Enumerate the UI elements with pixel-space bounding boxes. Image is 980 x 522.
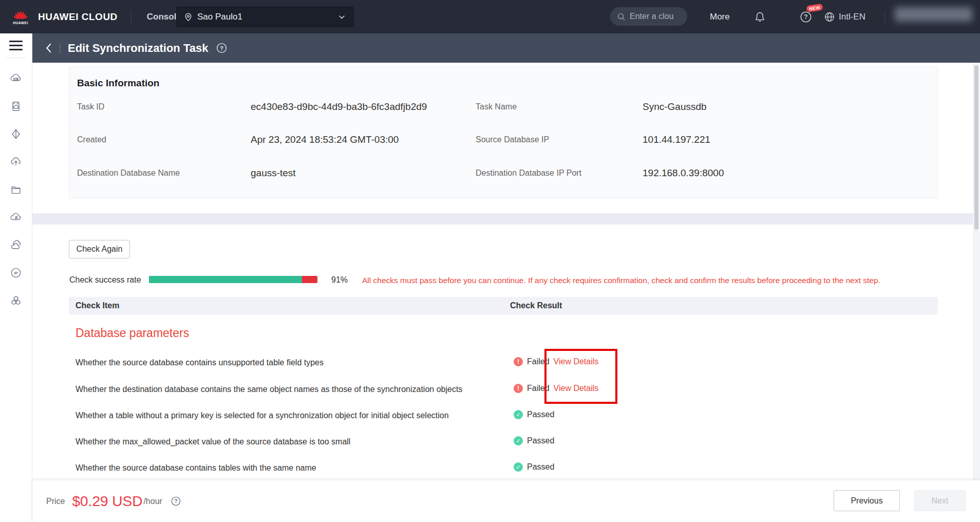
success-rate-fill xyxy=(149,276,302,283)
search-placeholder: Enter a clou xyxy=(630,12,673,21)
location-pin-icon xyxy=(184,12,193,22)
brand-text: HUAWEI CLOUD xyxy=(38,11,118,23)
notifications-button[interactable] xyxy=(754,0,766,33)
check-row: Whether the max_allowed_packet value of … xyxy=(32,436,980,449)
sidebar-item-folder[interactable] xyxy=(7,180,25,199)
vertical-scrollbar[interactable] xyxy=(973,63,980,480)
field-value: 101.44.197.221 xyxy=(643,134,710,145)
view-details-link[interactable]: View Details xyxy=(554,357,599,366)
locale-selector[interactable]: Intl-EN xyxy=(824,0,865,33)
field-label: Task ID xyxy=(77,102,104,111)
price-label: Price xyxy=(46,497,65,506)
field-value: gauss-test xyxy=(251,167,296,179)
check-row: Whether the source database contains uns… xyxy=(32,357,980,369)
huawei-logo: HUAWEI xyxy=(10,9,31,25)
sidebar-item-cluster[interactable] xyxy=(7,291,25,310)
success-rate-progressbar xyxy=(149,276,317,283)
help-button[interactable]: ? NEW xyxy=(799,0,813,33)
field-label: Created xyxy=(77,135,106,144)
svg-text:IP: IP xyxy=(14,271,18,275)
sidebar-item-cloud-migration[interactable] xyxy=(7,208,25,227)
folder-icon xyxy=(9,183,23,196)
nav-divider xyxy=(131,10,131,24)
sidebar-item-eip[interactable]: IP xyxy=(7,264,25,282)
cluster-icon xyxy=(9,294,23,307)
cloud-upload-icon xyxy=(9,155,23,169)
clouds-icon xyxy=(9,238,23,252)
sidebar-item-cloud-server[interactable] xyxy=(7,69,25,88)
page-help-button[interactable]: ? xyxy=(216,42,228,54)
scrollbar-thumb[interactable] xyxy=(974,65,978,230)
back-button[interactable] xyxy=(45,43,52,53)
header-divider xyxy=(60,43,60,53)
check-item-text: Whether the destination database contain… xyxy=(76,385,462,394)
sidebar-item-multi-cloud[interactable] xyxy=(7,236,25,254)
check-row: Whether a table without a primary key is… xyxy=(32,410,980,422)
field-value: Apr 23, 2024 18:53:24 GMT-03:00 xyxy=(251,134,399,145)
sidebar-item-data-lake[interactable] xyxy=(7,125,25,143)
check-again-button[interactable]: Check Again xyxy=(69,240,130,258)
svg-text:?: ? xyxy=(174,498,177,504)
sidebar-item-cloud-upload[interactable] xyxy=(7,153,25,171)
field-label: Source Database IP xyxy=(476,135,549,144)
section-title: Basic Information xyxy=(77,78,159,89)
error-icon xyxy=(514,384,523,393)
account-name-redacted[interactable] xyxy=(895,7,972,22)
price-value: $0.29 USD xyxy=(72,493,142,510)
error-icon xyxy=(514,357,523,366)
section-separator xyxy=(32,213,980,225)
nav-divider xyxy=(884,11,885,22)
more-menu[interactable]: More xyxy=(710,0,730,33)
success-icon xyxy=(514,410,523,419)
help-icon: ? xyxy=(799,10,813,24)
chevron-down-icon xyxy=(338,15,345,20)
sidebar-item-cloud-storage[interactable] xyxy=(7,97,25,116)
prism-icon xyxy=(9,127,23,141)
help-icon: ? xyxy=(216,42,228,54)
check-table-header: Check Item Check Result xyxy=(69,297,938,314)
bottom-action-bar: Price $0.29 USD /hour ? Previous Next xyxy=(32,480,980,522)
basic-information-panel: Basic Information Task ID ec430e83-d9bc-… xyxy=(69,67,938,198)
back-chevron-icon xyxy=(45,43,52,53)
svg-text:HUAWEI: HUAWEI xyxy=(13,21,28,24)
precheck-panel: Check Again Check success rate 91% All c… xyxy=(32,225,980,522)
check-item-text: Whether the max_allowed_packet value of … xyxy=(76,437,350,446)
top-navbar: HUAWEI HUAWEI CLOUD Console Sao Paulo1 xyxy=(0,0,980,33)
main-content: Basic Information Task ID ec430e83-d9bc-… xyxy=(32,63,980,522)
check-item-text: Whether the source database contains uns… xyxy=(76,358,324,367)
menu-toggle-button[interactable] xyxy=(9,41,23,50)
success-icon xyxy=(514,436,523,445)
cloud-server-icon xyxy=(9,72,23,85)
price-unit: /hour xyxy=(143,497,162,506)
previous-button[interactable]: Previous xyxy=(834,490,900,511)
price-help-button[interactable]: ? xyxy=(171,496,181,507)
field-value: ec430e83-d9bc-44d9-ba3b-6fc3adfjb2d9 xyxy=(251,101,427,113)
globe-icon xyxy=(824,11,835,23)
left-sidebar: IP xyxy=(0,33,32,522)
field-label: Task Name xyxy=(476,102,517,111)
region-name: Sao Paulo1 xyxy=(197,12,338,22)
search-icon xyxy=(617,12,626,21)
check-row: Whether the source database contains tab… xyxy=(32,462,980,475)
column-check-item: Check Item xyxy=(76,301,119,310)
help-icon: ? xyxy=(171,496,181,507)
field-value: 192.168.0.39:8000 xyxy=(643,167,724,179)
check-warning-text: All checks must pass before you can cont… xyxy=(362,276,880,285)
page-header: Edit Synchronization Task ? xyxy=(32,33,980,63)
bell-icon xyxy=(754,11,766,23)
next-button[interactable]: Next xyxy=(914,490,966,511)
check-result-text: Failed xyxy=(527,357,550,366)
svg-text:?: ? xyxy=(220,45,224,51)
field-value: Sync-Gaussdb xyxy=(643,101,707,113)
page-title: Edit Synchronization Task xyxy=(68,42,208,55)
storage-cloud-icon xyxy=(9,100,23,113)
check-item-text: Whether the source database contains tab… xyxy=(76,463,316,473)
region-selector[interactable]: Sao Paulo1 xyxy=(176,7,354,27)
success-rate-label: Check success rate xyxy=(69,275,141,285)
column-check-result: Check Result xyxy=(510,301,562,310)
sidebar-divider xyxy=(6,58,26,58)
view-details-link[interactable]: View Details xyxy=(554,384,599,393)
search-input[interactable]: Enter a clou xyxy=(610,7,687,26)
check-result-text: Passed xyxy=(527,462,554,472)
check-group-title: Database parameters xyxy=(76,326,189,340)
